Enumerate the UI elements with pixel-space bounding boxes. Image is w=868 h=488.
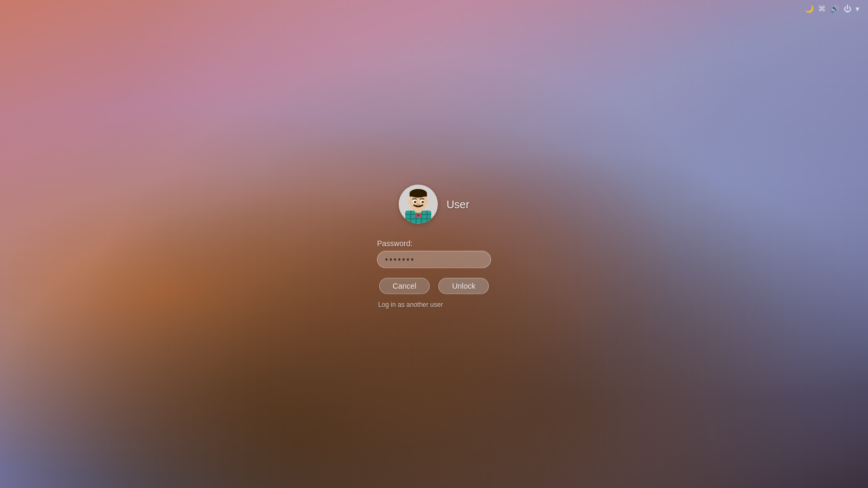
volume-icon[interactable]: 🔊 — [830, 4, 839, 13]
password-row: Password: — [377, 239, 491, 268]
svg-point-20 — [422, 201, 424, 203]
switch-user-link[interactable]: Log in as another user — [377, 301, 443, 309]
cancel-button[interactable]: Cancel — [379, 278, 430, 294]
svg-rect-14 — [410, 194, 427, 197]
svg-point-16 — [425, 200, 429, 204]
lock-dialog: User Password: Cancel Unlock Log in as a… — [377, 185, 491, 309]
svg-point-15 — [408, 200, 411, 204]
svg-point-10 — [417, 215, 419, 217]
avatar — [399, 185, 438, 224]
unlock-button[interactable]: Unlock — [438, 278, 489, 294]
svg-point-21 — [417, 203, 419, 206]
chevron-down-icon[interactable]: ▾ — [856, 4, 859, 13]
password-input[interactable] — [377, 251, 491, 268]
top-bar: 🌙 ⌘ 🔊 ⏻ ▾ — [796, 0, 868, 17]
moon-icon[interactable]: 🌙 — [805, 4, 814, 13]
avatar-row: User — [399, 185, 469, 224]
password-label: Password: — [377, 239, 412, 248]
network-icon[interactable]: ⌘ — [818, 4, 826, 13]
buttons-row: Cancel Unlock — [379, 278, 489, 294]
power-icon[interactable]: ⏻ — [844, 4, 851, 13]
username-label: User — [446, 198, 469, 210]
svg-point-19 — [414, 201, 416, 203]
